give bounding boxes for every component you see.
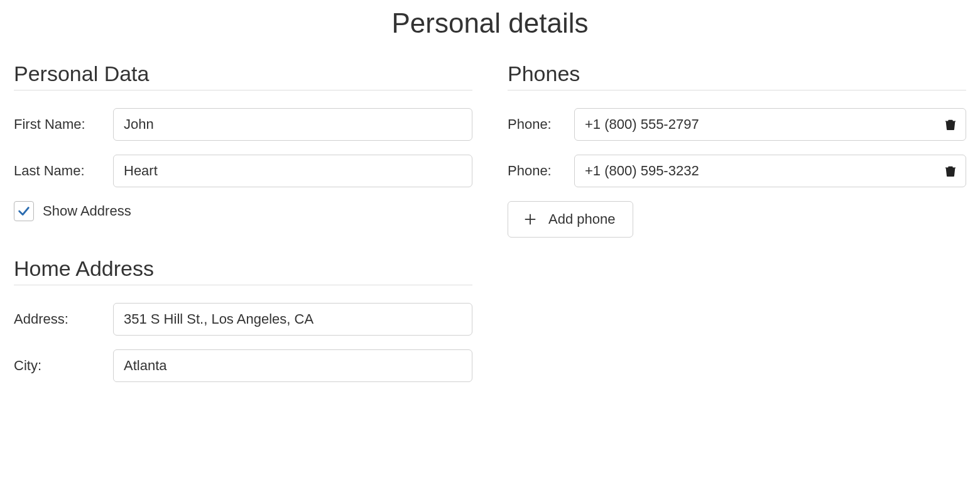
phone-input-1[interactable] bbox=[574, 155, 966, 187]
phone-input-wrap bbox=[574, 108, 966, 141]
add-phone-label: Add phone bbox=[548, 211, 615, 227]
add-phone-button[interactable]: Add phone bbox=[508, 201, 633, 238]
show-address-checkbox[interactable] bbox=[14, 201, 34, 221]
personal-data-header: Personal Data bbox=[14, 62, 472, 90]
plus-icon bbox=[523, 212, 537, 226]
last-name-label: Last Name: bbox=[14, 163, 113, 179]
phones-header: Phones bbox=[508, 62, 966, 90]
add-phone-row: Add phone bbox=[508, 201, 966, 238]
address-row: Address: bbox=[14, 303, 472, 336]
delete-phone-button-0[interactable] bbox=[941, 115, 960, 134]
city-label: City: bbox=[14, 358, 113, 374]
form-columns: Personal Data First Name: Last Name: Sho… bbox=[14, 62, 966, 396]
delete-phone-button-1[interactable] bbox=[941, 162, 960, 180]
trash-icon bbox=[944, 164, 957, 178]
phone-label: Phone: bbox=[508, 163, 574, 179]
city-row: City: bbox=[14, 349, 472, 382]
phone-row-0: Phone: bbox=[508, 108, 966, 141]
home-address-header: Home Address bbox=[14, 256, 472, 285]
first-name-label: First Name: bbox=[14, 116, 113, 133]
address-input[interactable] bbox=[113, 303, 472, 336]
check-icon bbox=[17, 204, 31, 218]
trash-icon bbox=[944, 118, 957, 131]
address-label: Address: bbox=[14, 311, 113, 327]
show-address-label[interactable]: Show Address bbox=[43, 203, 131, 219]
left-column: Personal Data First Name: Last Name: Sho… bbox=[14, 62, 472, 396]
phone-input-wrap bbox=[574, 155, 966, 187]
first-name-row: First Name: bbox=[14, 108, 472, 141]
page-title: Personal details bbox=[14, 8, 966, 39]
phone-label: Phone: bbox=[508, 116, 574, 133]
last-name-input[interactable] bbox=[113, 155, 472, 187]
city-input[interactable] bbox=[113, 349, 472, 382]
show-address-row: Show Address bbox=[14, 201, 472, 221]
first-name-input[interactable] bbox=[113, 108, 472, 141]
phone-row-1: Phone: bbox=[508, 155, 966, 187]
last-name-row: Last Name: bbox=[14, 155, 472, 187]
phone-input-0[interactable] bbox=[574, 108, 966, 141]
right-column: Phones Phone: Phone: bbox=[508, 62, 966, 396]
